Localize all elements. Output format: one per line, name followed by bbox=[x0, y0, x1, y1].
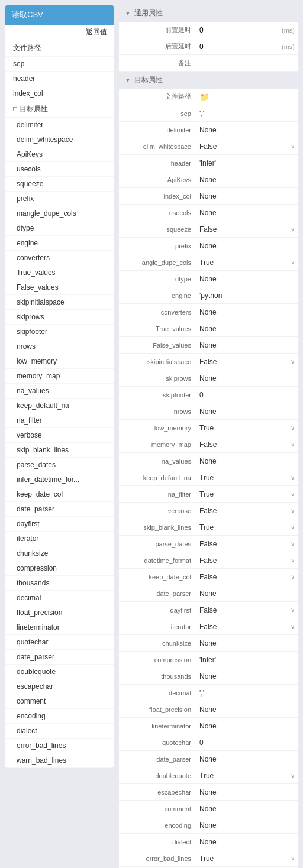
left-item-9[interactable]: squeeze bbox=[5, 177, 114, 192]
left-item-41[interactable]: date_parser bbox=[5, 650, 114, 665]
left-item-21[interactable]: low_memory bbox=[5, 354, 114, 369]
left-item-33[interactable]: iterator bbox=[5, 532, 114, 546]
left-item-37[interactable]: decimal bbox=[5, 591, 114, 605]
target-prop-value-40[interactable]: None bbox=[196, 753, 298, 766]
dropdown-arrow-31[interactable]: ∨ bbox=[291, 607, 295, 613]
target-prop-value-27[interactable]: False∨ bbox=[196, 537, 298, 550]
target-prop-value-19[interactable]: None bbox=[196, 405, 298, 418]
left-item-25[interactable]: na_filter bbox=[5, 413, 114, 428]
dropdown-arrow-41[interactable]: ∨ bbox=[291, 772, 295, 779]
left-item-36[interactable]: thousands bbox=[5, 576, 114, 591]
left-item-30[interactable]: keep_date_col bbox=[5, 487, 114, 502]
general-prop-value-0[interactable]: (ms) bbox=[196, 24, 298, 37]
target-prop-value-44[interactable]: None bbox=[196, 819, 298, 832]
dropdown-arrow-46[interactable]: ∨ bbox=[291, 855, 295, 861]
target-prop-value-18[interactable]: 0 bbox=[196, 388, 298, 401]
target-prop-value-14[interactable]: None bbox=[196, 322, 298, 335]
target-prop-value-13[interactable]: None bbox=[196, 306, 298, 319]
dropdown-arrow-24[interactable]: ∨ bbox=[291, 491, 295, 497]
left-item-16[interactable]: False_values bbox=[5, 280, 114, 295]
left-item-2[interactable]: header bbox=[5, 72, 114, 86]
left-item-27[interactable]: skip_blank_lines bbox=[5, 443, 114, 458]
target-prop-value-36[interactable]: ',' bbox=[196, 686, 298, 699]
dropdown-arrow-32[interactable]: ∨ bbox=[291, 623, 295, 630]
target-prop-value-29[interactable]: False∨ bbox=[196, 571, 298, 584]
target-prop-value-0[interactable]: 📁 bbox=[196, 90, 298, 104]
left-item-19[interactable]: skipfooter bbox=[5, 325, 114, 339]
left-item-35[interactable]: compression bbox=[5, 561, 114, 576]
folder-icon-0[interactable]: 📁 bbox=[199, 92, 209, 102]
target-section-header[interactable]: ▼ 目标属性 bbox=[119, 72, 298, 89]
dropdown-arrow-29[interactable]: ∨ bbox=[291, 574, 295, 580]
target-prop-value-22[interactable]: None bbox=[196, 455, 298, 468]
left-item-28[interactable]: parse_dates bbox=[5, 458, 114, 472]
left-item-26[interactable]: verbose bbox=[5, 428, 114, 443]
dropdown-arrow-25[interactable]: ∨ bbox=[291, 507, 295, 514]
dropdown-arrow-20[interactable]: ∨ bbox=[291, 425, 295, 431]
left-item-7[interactable]: ApiKeys bbox=[5, 147, 114, 162]
target-prop-value-6[interactable]: None bbox=[196, 190, 298, 203]
target-prop-value-33[interactable]: None bbox=[196, 637, 298, 650]
target-prop-value-30[interactable]: None bbox=[196, 587, 298, 600]
target-prop-value-45[interactable]: None bbox=[196, 835, 298, 848]
left-item-38[interactable]: float_precision bbox=[5, 605, 114, 620]
left-item-34[interactable]: chunksize bbox=[5, 546, 114, 561]
target-prop-value-2[interactable]: None bbox=[196, 124, 298, 137]
target-prop-value-8[interactable]: False∨ bbox=[196, 223, 298, 236]
left-item-8[interactable]: usecols bbox=[5, 162, 114, 177]
target-prop-value-20[interactable]: True∨ bbox=[196, 422, 298, 435]
dropdown-arrow-8[interactable]: ∨ bbox=[291, 226, 295, 232]
target-prop-value-15[interactable]: None bbox=[196, 339, 298, 352]
target-prop-value-17[interactable]: None bbox=[196, 372, 298, 385]
target-prop-value-25[interactable]: False∨ bbox=[196, 504, 298, 517]
general-prop-value-1[interactable]: (ms) bbox=[196, 40, 298, 53]
target-prop-value-39[interactable]: 0 bbox=[196, 736, 298, 749]
target-prop-value-43[interactable]: None bbox=[196, 802, 298, 815]
dropdown-arrow-26[interactable]: ∨ bbox=[291, 524, 295, 530]
target-prop-value-5[interactable]: None bbox=[196, 173, 298, 186]
left-item-42[interactable]: doublequote bbox=[5, 665, 114, 679]
target-prop-value-21[interactable]: False∨ bbox=[196, 438, 298, 451]
target-prop-value-41[interactable]: True∨ bbox=[196, 769, 298, 782]
dropdown-arrow-28[interactable]: ∨ bbox=[291, 557, 295, 563]
target-prop-value-4[interactable]: 'infer' bbox=[196, 157, 298, 170]
left-item-4[interactable]: □ 目标属性 bbox=[5, 101, 114, 118]
target-prop-value-23[interactable]: True∨ bbox=[196, 471, 298, 484]
left-item-39[interactable]: lineterminator bbox=[5, 620, 114, 635]
left-item-47[interactable]: error_bad_lines bbox=[5, 739, 114, 753]
left-item-48[interactable]: warn_bad_lines bbox=[5, 753, 114, 768]
target-prop-value-42[interactable]: None bbox=[196, 786, 298, 799]
left-item-32[interactable]: dayfirst bbox=[5, 517, 114, 532]
left-item-20[interactable]: nrows bbox=[5, 339, 114, 354]
target-prop-value-26[interactable]: True∨ bbox=[196, 521, 298, 534]
general-prop-input-0[interactable] bbox=[199, 26, 282, 34]
dropdown-arrow-10[interactable]: ∨ bbox=[291, 259, 295, 265]
left-item-44[interactable]: comment bbox=[5, 694, 114, 709]
general-section-header[interactable]: ▼ 通用属性 bbox=[119, 5, 298, 22]
left-item-15[interactable]: True_values bbox=[5, 265, 114, 280]
left-item-17[interactable]: skipinitialspace bbox=[5, 295, 114, 310]
target-prop-value-9[interactable]: None bbox=[196, 239, 298, 252]
left-item-6[interactable]: delim_whitespace bbox=[5, 132, 114, 147]
target-prop-value-34[interactable]: 'infer' bbox=[196, 653, 298, 666]
left-item-0[interactable]: 文件路径 bbox=[5, 40, 114, 57]
left-item-12[interactable]: dtype bbox=[5, 221, 114, 236]
target-prop-value-11[interactable]: None bbox=[196, 273, 298, 286]
target-prop-value-38[interactable]: None bbox=[196, 720, 298, 733]
left-item-13[interactable]: engine bbox=[5, 236, 114, 251]
target-prop-value-35[interactable]: None bbox=[196, 670, 298, 683]
target-prop-value-32[interactable]: False∨ bbox=[196, 620, 298, 633]
left-item-24[interactable]: keep_default_na bbox=[5, 399, 114, 413]
left-item-14[interactable]: converters bbox=[5, 251, 114, 265]
dropdown-arrow-3[interactable]: ∨ bbox=[291, 143, 295, 150]
dropdown-arrow-16[interactable]: ∨ bbox=[291, 358, 295, 365]
dropdown-arrow-23[interactable]: ∨ bbox=[291, 474, 295, 481]
dropdown-arrow-21[interactable]: ∨ bbox=[291, 441, 295, 448]
target-prop-value-46[interactable]: True∨ bbox=[196, 852, 298, 865]
general-prop-value-2[interactable] bbox=[196, 61, 298, 66]
target-prop-value-3[interactable]: False∨ bbox=[196, 140, 298, 153]
target-prop-value-28[interactable]: False∨ bbox=[196, 554, 298, 567]
left-item-43[interactable]: escapechar bbox=[5, 679, 114, 694]
left-item-11[interactable]: mangle_dupe_cols bbox=[5, 206, 114, 221]
left-item-45[interactable]: encoding bbox=[5, 709, 114, 724]
